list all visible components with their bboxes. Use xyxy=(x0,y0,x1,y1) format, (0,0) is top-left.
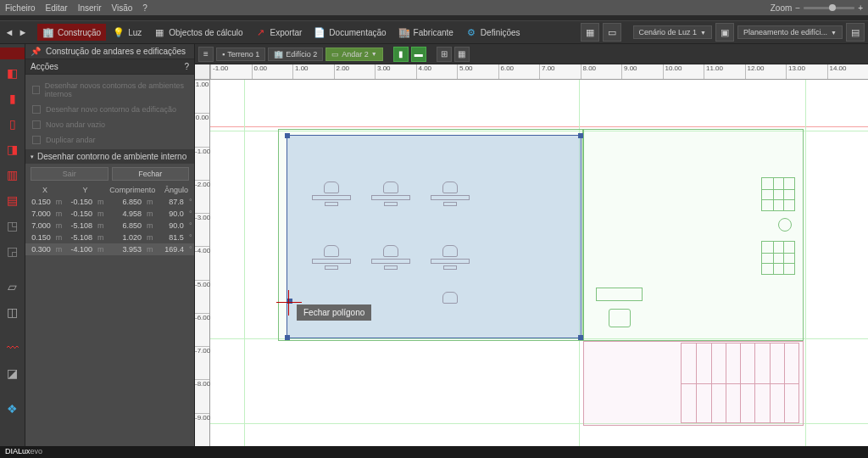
tab-construcao[interactable]: 🏢 Construção xyxy=(37,24,106,41)
strip-icon-1[interactable]: ◧ xyxy=(0,61,25,85)
table-row[interactable]: 0.150m-0.150m6.850m87.8° xyxy=(25,196,194,208)
chevron-down-icon: ▼ xyxy=(700,30,706,36)
strip-icon-5[interactable]: ▥ xyxy=(0,163,25,187)
guide-line xyxy=(244,80,245,446)
strip-icon-8[interactable]: ◲ xyxy=(0,239,25,263)
strip-icon-12[interactable]: ◪ xyxy=(0,361,25,385)
construction-icon: 🏢 xyxy=(42,26,54,38)
ruler-vertical: 1.000.00-1.00-2.00-3.00-4.00-5.00-6.00-7… xyxy=(195,80,210,446)
panel-body: Desenhar novos contornos de ambientes in… xyxy=(25,75,194,446)
gear-icon: ⚙ xyxy=(465,26,477,38)
scene-play-icon[interactable]: ▣ xyxy=(715,23,734,42)
section-draw-contour[interactable]: ▾ Desenhar contorno de ambiente interno xyxy=(25,149,194,164)
status-bar: DIALuxevo xyxy=(0,446,868,458)
canvas[interactable]: Fechar polígono xyxy=(210,80,868,446)
ruler-corner xyxy=(195,64,210,80)
sair-button[interactable]: Sair xyxy=(31,167,108,181)
tooltip-close-polygon[interactable]: Fechar polígono xyxy=(297,304,371,321)
view-grid-icon[interactable]: ▦ xyxy=(454,47,470,62)
view-ruler-icon[interactable]: ⊞ xyxy=(437,47,452,62)
table-row[interactable]: 7.000m-5.108m6.850m90.0° xyxy=(25,220,194,232)
ruler-tick: 1.00 xyxy=(292,64,334,79)
menu-visao[interactable]: Visão xyxy=(112,3,133,13)
chevron-down-icon: ▼ xyxy=(831,30,837,36)
canvas-area[interactable]: -1.000.001.002.003.004.005.006.007.008.0… xyxy=(195,64,868,446)
panel-title: 📌 Construção de andares e edificações xyxy=(25,44,194,59)
poly-node[interactable] xyxy=(578,335,583,340)
desk xyxy=(371,182,410,224)
nav-back-icon[interactable]: ◄ xyxy=(3,26,15,38)
ruler-tick: -8.00 xyxy=(195,379,209,412)
fechar-button[interactable]: Fechar xyxy=(112,167,190,181)
view-mode-wire-icon[interactable]: ▬ xyxy=(411,47,426,62)
tab-fabricante-label: Fabricante xyxy=(414,28,453,37)
ruler-tick: 6.00 xyxy=(498,64,540,79)
panel-title-text: Construção de andares e edificações xyxy=(46,47,186,56)
zoom-plus-icon[interactable]: + xyxy=(858,3,863,13)
tab-documentacao[interactable]: 📄 Documentação xyxy=(309,24,391,41)
tab-exportar[interactable]: ↗ Exportar xyxy=(250,24,308,41)
view-list-icon[interactable]: ≡ xyxy=(198,47,214,62)
stairs xyxy=(681,343,799,423)
help-icon[interactable]: ? xyxy=(184,62,189,71)
tab-luz[interactable]: 💡 Luz xyxy=(108,24,147,41)
strip-icon-13[interactable]: ❖ xyxy=(0,397,25,421)
ruler-horizontal: -1.000.001.002.003.004.005.006.007.008.0… xyxy=(210,64,868,80)
calc-icon[interactable]: ▤ xyxy=(846,23,865,42)
viewport: ≡ ▪Terreno 1 🏢Edifício 2 ▭Andar 2▼ ▮ ▬ ⊞… xyxy=(195,44,868,446)
ruler-tick: 5.00 xyxy=(457,64,498,79)
zoom-label: Zoom xyxy=(771,3,793,13)
menu-inserir[interactable]: Inserir xyxy=(78,3,102,13)
tab-objectos[interactable]: ▦ Objectos de cálculo xyxy=(148,24,248,41)
view-mode-solid-icon[interactable]: ▮ xyxy=(393,47,409,62)
tool-strip: ◧ ▮ ▯ ◨ ▥ ▤ ◳ ◲ ▱ ◫ 〰 ◪ ❖ xyxy=(0,44,25,446)
view-single-icon[interactable]: ▭ xyxy=(603,23,621,42)
panel-subheader: Acções ? xyxy=(25,59,194,75)
nav-fwd-icon[interactable]: ► xyxy=(17,26,29,38)
tab-andar[interactable]: ▭Andar 2▼ xyxy=(326,47,382,61)
strip-icon-10[interactable]: ◫ xyxy=(0,300,25,324)
calc-objects-icon: ▦ xyxy=(153,26,165,38)
table-row[interactable]: 7.000m-0.150m4.958m90.0° xyxy=(25,208,194,220)
menu-help[interactable]: ? xyxy=(142,3,147,13)
tab-fabricante[interactable]: 🏬 Fabricante xyxy=(393,24,459,41)
poly-node[interactable] xyxy=(578,133,583,138)
ruler-tick: 0.00 xyxy=(195,113,209,146)
desk xyxy=(371,245,410,288)
strip-icon-11[interactable]: 〰 xyxy=(0,336,25,360)
strip-icon-9[interactable]: ▱ xyxy=(0,275,25,299)
menu-editar[interactable]: Editar xyxy=(46,3,68,13)
ruler-tick: 10.00 xyxy=(663,64,704,79)
table-header: XYComprimentoÂngulo xyxy=(25,184,194,196)
ruler-tick: 3.00 xyxy=(375,64,416,79)
view-quad-icon[interactable]: ▦ xyxy=(581,23,599,42)
tab-documentacao-label: Documentação xyxy=(329,28,386,37)
strip-icon-4[interactable]: ◨ xyxy=(0,137,25,161)
table-row[interactable]: 0.150m-5.108m1.020m81.5° xyxy=(25,232,194,243)
zoom-control: Zoom − + xyxy=(771,3,863,13)
poly-node[interactable] xyxy=(285,335,290,340)
ruler-tick: 14.00 xyxy=(827,64,869,79)
table-row[interactable]: 0.300m-4.100m3.953m169.4° xyxy=(25,243,194,255)
tab-edificio[interactable]: 🏢Edifício 2 xyxy=(268,47,323,61)
menu-ficheiro[interactable]: Ficheiro xyxy=(5,3,36,13)
section-label: Desenhar contorno de ambiente interno xyxy=(37,152,186,161)
strip-icon-7[interactable]: ◳ xyxy=(0,214,25,237)
tab-terreno[interactable]: ▪Terreno 1 xyxy=(216,47,265,61)
tab-definicoes[interactable]: ⚙ Definições xyxy=(460,24,526,41)
zoom-slider[interactable] xyxy=(804,7,854,9)
coord-table: XYComprimentoÂngulo 0.150m-0.150m6.850m8… xyxy=(25,184,194,255)
plan-dropdown[interactable]: Planeamento de edifíci...▼ xyxy=(737,25,843,39)
strip-icon-6[interactable]: ▤ xyxy=(0,188,25,212)
ruler-tick: -1.00 xyxy=(210,64,252,79)
ruler-tick: 11.00 xyxy=(704,64,745,79)
zoom-minus-icon[interactable]: − xyxy=(795,3,800,13)
ruler-tick: 1.00 xyxy=(195,80,209,113)
scene-dropdown[interactable]: Cenário de Luz 1▼ xyxy=(633,25,712,39)
poly-node[interactable] xyxy=(285,133,290,138)
strip-icon-2[interactable]: ▮ xyxy=(0,87,25,110)
pin-icon[interactable]: 📌 xyxy=(31,47,41,56)
strip-icon-3[interactable]: ▯ xyxy=(0,112,25,136)
ruler-tick: -2.00 xyxy=(195,180,209,213)
action-new-floor: Novo andar vazio xyxy=(25,117,194,132)
